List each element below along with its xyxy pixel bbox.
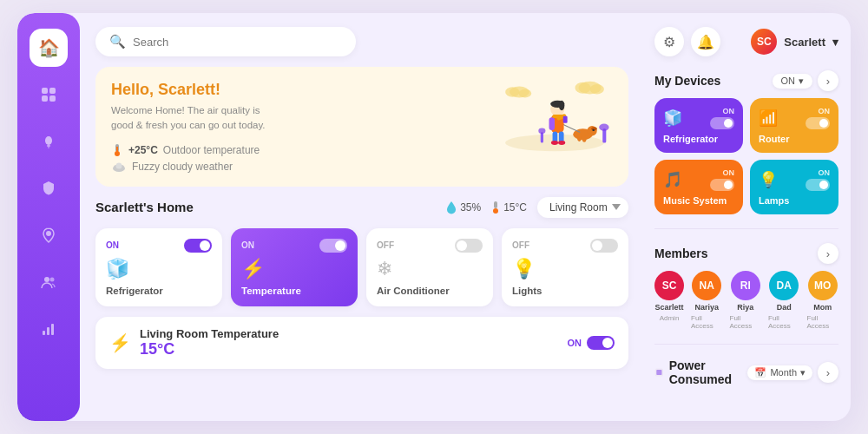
mini-card-lamps[interactable]: 💡 ON Lamps: [750, 160, 838, 214]
svg-rect-0: [42, 88, 48, 94]
power-chevron: ▾: [800, 367, 806, 378]
my-devices-header: My Devices ON ▾ ›: [654, 70, 838, 91]
svg-rect-49: [494, 201, 497, 208]
devices-on-badge[interactable]: ON ▾: [773, 74, 813, 89]
mini-lamps-name: Lamps: [759, 195, 830, 206]
svg-rect-34: [549, 117, 556, 130]
cloud-icon: [111, 161, 127, 172]
svg-point-46: [599, 124, 608, 131]
member-role-riya: Full Access: [730, 314, 762, 330]
sidebar-item-security[interactable]: [30, 169, 68, 207]
devices-next-button[interactable]: ›: [818, 70, 838, 91]
user-name: Scarlett: [784, 36, 825, 49]
mini-card-music[interactable]: 🎵 ON Music System: [654, 160, 743, 214]
device-card-lights[interactable]: OFF 💡 Lights: [502, 228, 628, 306]
toggle-living-temp[interactable]: [587, 336, 615, 350]
user-menu[interactable]: SC Scarlett ▾: [751, 29, 838, 55]
mini-fridge-name: Refrigerator: [663, 134, 734, 144]
member-dad[interactable]: DA Dad Full Access: [768, 271, 800, 330]
mini-router-status: ON: [819, 107, 831, 115]
member-nariya[interactable]: NA Nariya Full Access: [691, 271, 723, 330]
power-icon: [654, 366, 664, 378]
settings-button[interactable]: ⚙: [654, 27, 684, 56]
power-section: Power Consumed 📅 Month ▾ ›: [654, 358, 838, 386]
svg-point-38: [559, 101, 565, 110]
member-name-dad: Dad: [777, 303, 792, 312]
member-riya[interactable]: RI Riya Full Access: [730, 271, 762, 330]
room-select[interactable]: Living Room Bedroom Kitchen Bathroom: [537, 197, 628, 218]
svg-point-4: [45, 136, 52, 145]
member-name-nariya: Nariya: [694, 303, 719, 312]
banner-greeting: Hello, Scarlett!: [111, 81, 285, 99]
power-period-badge[interactable]: 📅 Month ▾: [747, 365, 812, 380]
home-title: Scarlett's Home: [95, 200, 194, 214]
main-content: 🔍 Hello, Scarlett! Welcome Home! The air…: [80, 13, 642, 421]
sidebar-item-members[interactable]: [30, 263, 68, 301]
device-card-temp[interactable]: ON ⚡ Temperature: [231, 228, 358, 306]
home-section-header: Scarlett's Home 35% 15°C Living Room Bed…: [95, 197, 628, 218]
svg-point-7: [46, 231, 51, 236]
mini-router-icon: 📶: [759, 108, 778, 128]
mini-toggle-fridge[interactable]: [710, 117, 734, 129]
welcome-banner: Hello, Scarlett! Welcome Home! The air q…: [95, 67, 628, 187]
search-input[interactable]: [133, 36, 342, 49]
members-header: Members ›: [654, 243, 838, 264]
search-bar[interactable]: 🔍: [95, 27, 356, 56]
home-temp-icon: [491, 201, 500, 214]
svg-point-25: [590, 84, 604, 94]
members-title: Members: [654, 247, 707, 260]
mini-card-fridge[interactable]: 🧊 ON Refrigerator: [654, 98, 743, 153]
mini-router-name: Router: [759, 134, 830, 144]
svg-rect-3: [49, 95, 56, 102]
top-bar: ⚙ 🔔 SC Scarlett ▾: [654, 27, 838, 56]
dropdown-chevron: ▾: [832, 36, 838, 49]
power-title: Power Consumed: [669, 358, 748, 386]
power-next-button[interactable]: ›: [818, 362, 838, 383]
toggle-ac[interactable]: [455, 239, 483, 253]
svg-point-24: [575, 82, 591, 94]
member-avatar-dad: DA: [769, 271, 799, 300]
sidebar-item-dashboard[interactable]: [30, 76, 68, 114]
temp-card-value: 15°C: [140, 340, 279, 358]
members-list: SC Scarlett Admin NA Nariya Full Access …: [654, 271, 838, 330]
user-avatar: SC: [751, 29, 777, 55]
mini-toggle-router[interactable]: [806, 117, 830, 129]
device-name-fridge: Refrigerator: [106, 286, 212, 296]
device-card-ac[interactable]: OFF ❄ Air Conditioner: [366, 228, 493, 306]
sidebar-item-home[interactable]: 🏠: [30, 29, 68, 67]
sidebar-item-location[interactable]: [30, 216, 68, 254]
devices-status-label: ON: [781, 76, 796, 86]
svg-rect-2: [42, 95, 48, 102]
app-container: 🏠: [17, 13, 851, 421]
power-header: Power Consumed 📅 Month ▾ ›: [654, 358, 838, 386]
mini-lamps-status: ON: [819, 168, 831, 177]
temperature-row: +25°C Outdoor temperature: [111, 142, 285, 158]
mini-toggle-lamps[interactable]: [806, 179, 830, 191]
sidebar-item-lights[interactable]: [30, 122, 68, 161]
mini-card-router[interactable]: 📶 ON Router: [750, 98, 838, 153]
member-mom[interactable]: MO Mom Full Access: [807, 271, 839, 330]
device-name-lights: Lights: [512, 286, 618, 296]
member-avatar-scarlett: SC: [654, 271, 684, 300]
svg-rect-12: [51, 324, 54, 335]
sidebar-item-analytics[interactable]: [30, 310, 68, 348]
toggle-lights[interactable]: [590, 239, 618, 253]
notification-button[interactable]: 🔔: [691, 27, 720, 56]
humidity-icon: [446, 201, 457, 214]
toggle-fridge[interactable]: [184, 239, 212, 253]
member-scarlett[interactable]: SC Scarlett Admin: [654, 271, 684, 330]
members-next-button[interactable]: ›: [818, 243, 838, 264]
svg-rect-10: [43, 331, 45, 335]
member-avatar-mom: MO: [808, 271, 838, 300]
my-devices-section: My Devices ON ▾ › 🧊 ON: [654, 70, 838, 214]
device-card-fridge[interactable]: ON 🧊 Refrigerator: [95, 228, 222, 306]
mini-music-name: Music System: [663, 195, 734, 206]
svg-rect-6: [48, 147, 49, 148]
device-status-fridge: ON: [106, 240, 119, 250]
my-devices-title: My Devices: [654, 74, 720, 88]
mini-toggle-music[interactable]: [710, 179, 734, 191]
devices-badge-chevron: ▾: [799, 76, 804, 87]
outdoor-temp: +25°C: [128, 144, 158, 156]
mini-lamps-icon: 💡: [759, 170, 778, 189]
toggle-temp[interactable]: [319, 239, 347, 253]
